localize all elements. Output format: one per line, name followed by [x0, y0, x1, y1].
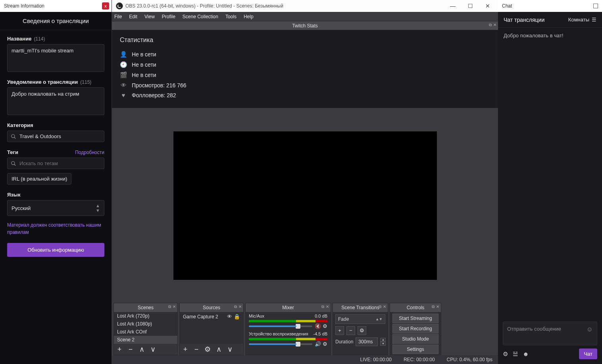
chat-panel: Chat Чат трансляции Комнаты ☰ Добро пожа…: [498, 0, 602, 364]
tags-field[interactable]: [19, 160, 101, 166]
remove-transition-button[interactable]: −: [346, 326, 355, 335]
obs-window: OBS 23.0.0-rc1 (64-bit, windows) - Profi…: [112, 0, 498, 364]
menu-tools[interactable]: Tools: [225, 14, 237, 19]
studio-mode-button[interactable]: Studio Mode: [392, 334, 439, 344]
settings-button[interactable]: Settings: [392, 345, 439, 354]
compliance-link[interactable]: Материал должен соответствовать нашим пр…: [7, 221, 104, 236]
menu-view[interactable]: View: [144, 14, 155, 19]
gear-icon[interactable]: ⚙: [323, 341, 327, 347]
dock-close-icon[interactable]: ✕: [493, 23, 496, 27]
category-input[interactable]: [7, 131, 104, 142]
move-source-up-button[interactable]: ∧: [215, 345, 223, 354]
transition-properties-button[interactable]: ⚙: [358, 326, 366, 335]
dock-popout-icon[interactable]: ⧉: [379, 304, 381, 309]
stat-row-status: 👤Не в сети: [120, 51, 490, 58]
volume-slider[interactable]: [249, 325, 312, 327]
tag-pill[interactable]: IRL (в реальной жизни): [7, 173, 71, 185]
scene-item[interactable]: Lost Ark (720p): [114, 312, 177, 320]
scene-item[interactable]: Lost Ark (1080p): [114, 320, 177, 328]
scene-item[interactable]: Scene 2: [114, 336, 177, 344]
svg-point-0: [12, 134, 15, 137]
preview-canvas[interactable]: [173, 131, 437, 280]
chat-popout-icon[interactable]: [593, 4, 598, 8]
dock-popout-icon[interactable]: ⧉: [168, 304, 171, 309]
dock-popout-icon[interactable]: ⧉: [321, 304, 324, 309]
move-scene-up-button[interactable]: ∧: [138, 345, 146, 354]
category-field[interactable]: [19, 133, 101, 139]
rooms-icon: ☰: [592, 17, 596, 23]
title-input[interactable]: martti_mTI's mobile stream: [7, 44, 104, 72]
visibility-icon[interactable]: 👁: [227, 314, 232, 320]
chat-placeholder: Отправить сообщение: [507, 326, 561, 332]
menu-file[interactable]: File: [114, 14, 122, 19]
minimize-button[interactable]: —: [444, 0, 462, 12]
dock-popout-icon[interactable]: ⧉: [489, 23, 492, 27]
stat-row-uptime: 🕘Не в сети: [120, 61, 490, 68]
scenes-list: Lost Ark (720p) Lost Ark (1080p) Lost Ar…: [114, 312, 177, 344]
dock-close-icon[interactable]: ✕: [173, 304, 176, 309]
transitions-title: Scene Transitions: [341, 305, 379, 310]
notification-input[interactable]: Добро пожаловать на стрим: [7, 87, 104, 115]
mixer-ch-name: Устройство воспроизведения: [249, 331, 308, 336]
controls-title: Controls: [407, 305, 425, 310]
dock-popout-icon[interactable]: ⧉: [432, 304, 435, 309]
start-recording-button[interactable]: Start Recording: [392, 324, 439, 333]
rooms-button[interactable]: Комнаты ☰: [568, 17, 596, 23]
chevron-updown-icon: ▲▼: [375, 317, 383, 321]
source-properties-button[interactable]: ⚙: [204, 345, 212, 354]
tags-details-link[interactable]: Подробности: [75, 150, 104, 155]
add-transition-button[interactable]: +: [335, 326, 344, 335]
svg-line-3: [14, 164, 16, 166]
transition-select[interactable]: Fade ▲▼: [335, 314, 385, 324]
dock-close-icon[interactable]: ✕: [326, 304, 329, 309]
gear-icon[interactable]: ⚙: [503, 351, 508, 358]
sources-dock: Sources ⧉✕ Game Capture 2 👁 🔒 + − ⚙ ∧ ∨: [179, 303, 244, 355]
duration-input[interactable]: [356, 337, 378, 346]
volume-slider[interactable]: [249, 343, 312, 345]
maximize-button[interactable]: ☐: [462, 0, 479, 12]
sources-toolbar: + − ⚙ ∧ ∨: [180, 344, 243, 355]
dock-close-icon[interactable]: ✕: [383, 304, 386, 309]
stream-info-titlebar: Stream Information x: [0, 0, 112, 12]
dock-close-icon[interactable]: ✕: [238, 304, 242, 309]
duration-label: Duration: [335, 339, 353, 345]
obs-logo-icon: [116, 2, 123, 10]
menu-scene-collection[interactable]: Scene Collection: [183, 14, 218, 19]
speaker-icon[interactable]: 🔊: [315, 341, 321, 347]
remove-scene-button[interactable]: −: [127, 345, 135, 354]
dock-close-icon[interactable]: ✕: [436, 304, 439, 309]
stream-info-window-title: Stream Information: [4, 3, 44, 9]
move-scene-down-button[interactable]: ∨: [149, 345, 157, 354]
obs-titlebar: OBS 23.0.0-rc1 (64-bit, windows) - Profi…: [112, 0, 498, 12]
tags-search[interactable]: [7, 158, 104, 169]
menu-edit[interactable]: Edit: [129, 14, 137, 19]
chat-input[interactable]: Отправить сообщение ☺: [503, 322, 597, 345]
move-source-down-button[interactable]: ∨: [226, 345, 234, 354]
mixer-channel-playback: Устройство воспроизведения-4.5 dB 🔊 ⚙: [246, 330, 331, 348]
add-scene-button[interactable]: +: [115, 345, 123, 354]
emoji-icon[interactable]: ☺: [587, 326, 593, 333]
list-icon[interactable]: ☱: [513, 351, 518, 358]
svg-line-1: [14, 137, 16, 139]
scene-item[interactable]: Lost Ark COnf: [114, 328, 177, 336]
mixer-ch-name: Mic/Aux: [249, 314, 264, 318]
chat-send-button[interactable]: Чат: [579, 349, 597, 359]
add-source-button[interactable]: +: [181, 345, 189, 354]
update-info-button[interactable]: Обновить информацию: [7, 243, 104, 257]
menu-profile[interactable]: Profile: [162, 14, 175, 19]
status-live: LIVE: 00:00:00: [360, 357, 391, 362]
menu-help[interactable]: Help: [244, 14, 254, 19]
lock-icon[interactable]: 🔒: [234, 314, 240, 320]
emote-icon[interactable]: ☻: [523, 351, 529, 358]
chevron-updown-icon: ▲▼: [96, 203, 100, 213]
gear-icon[interactable]: ⚙: [323, 323, 327, 329]
remove-source-button[interactable]: −: [192, 345, 200, 354]
language-select[interactable]: Русский ▲▼: [7, 200, 104, 216]
source-item[interactable]: Game Capture 2 👁 🔒: [180, 312, 243, 321]
close-button[interactable]: ✕: [479, 0, 496, 12]
start-streaming-button[interactable]: Start Streaming: [392, 314, 439, 323]
dock-popout-icon[interactable]: ⧉: [234, 304, 237, 309]
mute-icon[interactable]: 🔇: [315, 323, 321, 329]
stream-info-close-button[interactable]: x: [102, 2, 109, 10]
duration-spinner[interactable]: ▲▼: [380, 338, 386, 346]
